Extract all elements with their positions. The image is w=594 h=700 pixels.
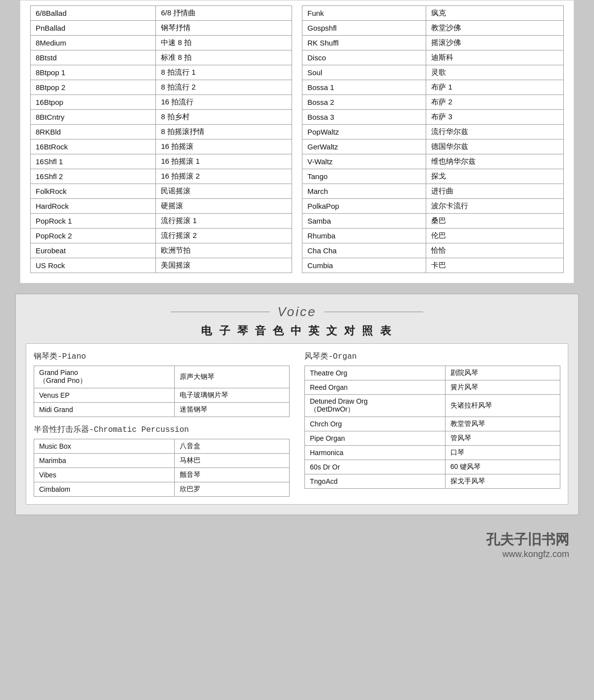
rhythm-table-right: Funk疯克Gospshfl教堂沙佛RK Shuffl摇滚沙佛Disco迪斯科S… [302,5,564,273]
table-row: V-Waltz维也纳华尔兹 [302,154,564,169]
voice-columns: 钢琴类-Piano Grand Piano （Grand Pno）原声大钢琴Ve… [34,351,560,497]
voice-line-left [171,312,270,312]
table-row: 16Shfl 116 拍摇滚 1 [31,154,292,169]
rhythm-section: 6/8Ballad6/8 抒情曲PnBallad钢琴抒情8Medium中速 8 … [20,0,574,283]
table-row: Pipe Organ管风琴 [305,431,560,446]
table-row: Music Box八音盒 [34,439,290,454]
branding: 孔夫子旧书网 www.kongfz.com [0,515,594,569]
table-row: Vibes颤音琴 [34,468,290,482]
table-row: HardRock硬摇滚 [31,199,292,214]
table-row: 8Btstd标准 8 拍 [31,50,292,65]
table-row: Harmonica口琴 [305,446,560,460]
table-row: Soul灵歌 [302,65,564,80]
separator [0,283,594,293]
voice-title-line: Voice [26,304,568,320]
organ-category-title: 风琴类-Organ [304,351,560,362]
table-row: Cumbia卡巴 [302,258,564,273]
table-row: PopWaltz流行华尔兹 [302,125,564,140]
brand-line2: www.kongfz.com [0,549,569,560]
table-row: Grand Piano （Grand Pno）原声大钢琴 [34,366,290,388]
table-row: TngoAcd探戈手风琴 [305,474,560,489]
table-row: Reed Organ簧片风琴 [305,380,560,395]
table-row: FolkRock民谣摇滚 [31,184,292,199]
table-row: Cha Cha恰恰 [302,243,564,258]
table-row: 8RKBld8 拍摇滚抒情 [31,125,292,140]
table-row: 8BtCntry8 拍乡村 [31,110,292,125]
voice-inner: 钢琴类-Piano Grand Piano （Grand Pno）原声大钢琴Ve… [26,343,568,505]
rhythm-tables: 6/8Ballad6/8 抒情曲PnBallad钢琴抒情8Medium中速 8 … [30,5,564,273]
table-row: Midi Grand迷笛钢琴 [34,403,290,417]
voice-header: Voice 电 子 琴 音 色 中 英 文 对 照 表 [26,304,568,338]
table-row: Eurobeat欧洲节拍 [31,243,292,258]
table-row: PopRock 1流行摇滚 1 [31,214,292,229]
table-row: Bossa 1布萨 1 [302,80,564,95]
piano-category-title: 钢琴类-Piano [34,351,290,362]
table-row: Theatre Org剧院风琴 [305,366,560,380]
chromatic-table: Music Box八音盒Marimba马林巴Vibes颤音琴Cimbalom欣巴… [34,439,290,497]
rhythm-table-left: 6/8Ballad6/8 抒情曲PnBallad钢琴抒情8Medium中速 8 … [30,5,292,273]
chromatic-category-title: 半音性打击乐器-Chromatic Percussion [34,424,290,435]
chromatic-section: 半音性打击乐器-Chromatic Percussion Music Box八音… [34,424,290,497]
table-row: PopRock 2流行摇滚 2 [31,229,292,243]
table-row: Bossa 2布萨 2 [302,95,564,110]
organ-table: Theatre Org剧院风琴Reed Organ簧片风琴Detuned Dra… [304,366,560,489]
table-row: 8Btpop 18 拍流行 1 [31,65,292,80]
table-row: GerWaltz德国华尔兹 [302,140,564,154]
piano-table: Grand Piano （Grand Pno）原声大钢琴Venus EP电子玻璃… [34,366,290,417]
table-row: Disco迪斯科 [302,50,564,65]
table-row: 16Shfl 216 拍摇滚 2 [31,169,292,184]
table-row: US Rock美国摇滚 [31,258,292,273]
table-row: March进行曲 [302,184,564,199]
table-row: 8Btpop 28 拍流行 2 [31,80,292,95]
table-row: Funk疯克 [302,6,564,21]
table-row: Rhumba伦巴 [302,229,564,243]
table-row: Tango探戈 [302,169,564,184]
page-wrapper: 6/8Ballad6/8 抒情曲PnBallad钢琴抒情8Medium中速 8 … [0,0,594,569]
voice-subtitle: 电 子 琴 音 色 中 英 文 对 照 表 [26,324,568,338]
table-row: Bossa 3布萨 3 [302,110,564,125]
table-row: Cimbalom欣巴罗 [34,482,290,497]
table-row: PnBallad钢琴抒情 [31,21,292,36]
voice-title: Voice [277,304,316,320]
voice-column-left: 钢琴类-Piano Grand Piano （Grand Pno）原声大钢琴Ve… [34,351,290,497]
table-row: Venus EP电子玻璃钢片琴 [34,388,290,403]
table-row: PolkaPop波尔卡流行 [302,199,564,214]
voice-section: Voice 电 子 琴 音 色 中 英 文 对 照 表 钢琴类-Piano Gr… [15,293,579,515]
table-row: Detuned Draw Org （DetDrwOr）失诸拉杆风琴 [305,395,560,417]
table-row: 16BtRock16 拍摇滚 [31,140,292,154]
table-row: 8Medium中速 8 拍 [31,36,292,50]
table-row: RK Shuffl摇滚沙佛 [302,36,564,50]
voice-column-right: 风琴类-Organ Theatre Org剧院风琴Reed Organ簧片风琴D… [304,351,560,497]
voice-line-right [324,312,423,312]
table-row: 60s Dr Or60 键风琴 [305,460,560,474]
table-row: 16Btpop16 拍流行 [31,95,292,110]
table-row: Samba桑巴 [302,214,564,229]
brand-line1: 孔夫子旧书网 [0,530,569,549]
table-row: Marimba马林巴 [34,454,290,468]
table-row: Chrch Org教堂管风琴 [305,417,560,431]
table-row: 6/8Ballad6/8 抒情曲 [31,6,292,21]
table-row: Gospshfl教堂沙佛 [302,21,564,36]
